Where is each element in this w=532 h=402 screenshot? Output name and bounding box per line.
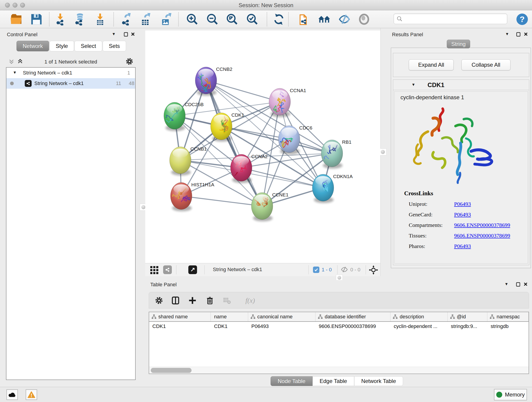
- column-header-database-identifier[interactable]: database identifier: [316, 312, 390, 321]
- tab-edge-table[interactable]: Edge Table: [312, 376, 354, 386]
- collapse-all-button[interactable]: Collapse All: [462, 59, 510, 70]
- table-cell[interactable]: P06493: [248, 322, 316, 331]
- table-row[interactable]: CDK1CDK1P064939606.ENSP00000378699cyclin…: [149, 322, 529, 331]
- control-panel-float-icon[interactable]: [124, 32, 128, 38]
- string-view-badge-icon[interactable]: [163, 265, 172, 274]
- crosslink-value[interactable]: 9606.ENSP00000378699: [454, 222, 510, 228]
- memory-button[interactable]: Memory: [494, 389, 527, 400]
- open-session-button[interactable]: [9, 12, 23, 26]
- tab-network[interactable]: Network: [17, 41, 49, 51]
- zoom-out-button[interactable]: [205, 12, 220, 26]
- table-gear-icon[interactable]: [154, 295, 164, 306]
- selected-nodes-checkbox-icon[interactable]: [313, 267, 319, 273]
- right-splitter[interactable]: [380, 28, 390, 276]
- table-panel-menu-caret-icon[interactable]: ▼: [505, 282, 508, 287]
- column-header-shared-name[interactable]: shared name: [149, 312, 211, 321]
- gene-details: cyclin-dependent kinase 1: [394, 91, 528, 264]
- node-CDC6[interactable]: CDC6: [277, 125, 312, 154]
- control-panel-tabs: Network Style Select Sets: [17, 41, 127, 51]
- column-header-@id[interactable]: @id: [448, 312, 488, 321]
- import-database-button[interactable]: [72, 12, 87, 26]
- edge-HIST1H1A-CCNE1[interactable]: [181, 196, 262, 206]
- column-header-name[interactable]: name: [211, 312, 248, 321]
- warning-status-button[interactable]: [26, 389, 37, 400]
- zoom-fit-button[interactable]: [225, 12, 239, 26]
- node-CCNB2[interactable]: CCNB2: [195, 66, 232, 96]
- export-network-button[interactable]: [119, 12, 133, 26]
- export-table-button[interactable]: [138, 12, 152, 26]
- add-column-icon[interactable]: [187, 295, 197, 306]
- gene-collapse-caret-icon[interactable]: ▼: [412, 83, 415, 87]
- scrollbar-thumb[interactable]: [151, 368, 191, 373]
- expand-all-button[interactable]: Expand All: [409, 59, 454, 70]
- import-table-button[interactable]: [93, 12, 107, 26]
- table-cell[interactable]: stringdb: [487, 322, 529, 331]
- delete-column-icon[interactable]: [205, 295, 215, 306]
- collection-caret-icon[interactable]: ▼: [13, 70, 17, 75]
- hide-panel-button[interactable]: [337, 12, 351, 26]
- table-horizontal-scrollbar[interactable]: [149, 367, 529, 374]
- network-canvas[interactable]: CCNB2CCNA1CDC25BCDK1CDC6RB1CCNB1CCNA2CDK…: [145, 31, 380, 263]
- cloud-status-button[interactable]: [6, 389, 18, 400]
- export-image-button[interactable]: [158, 12, 173, 26]
- refresh-button[interactable]: [272, 12, 286, 26]
- tab-string[interactable]: String: [447, 40, 470, 48]
- hidden-eye-icon[interactable]: [341, 266, 348, 274]
- node-CDKN1A[interactable]: CDKN1A: [312, 174, 353, 203]
- control-panel-menu-caret-icon[interactable]: ▼: [112, 32, 116, 36]
- network-collection-row[interactable]: ▼ String Network – cdk1 1: [6, 68, 135, 78]
- network-edge-count: 48: [129, 80, 134, 86]
- network-row[interactable]: String Network – cdk1 11 48: [6, 78, 135, 89]
- column-header-description[interactable]: description: [390, 312, 447, 321]
- crosslink-value[interactable]: P06493: [454, 201, 471, 207]
- tab-style[interactable]: Style: [50, 41, 74, 51]
- node-CCNA1[interactable]: CCNA1: [269, 88, 306, 117]
- table-panel-float-icon[interactable]: [516, 282, 520, 288]
- table-panel-close-icon[interactable]: [523, 282, 528, 288]
- network-options-gear-icon[interactable]: [126, 57, 133, 66]
- node-CCNA2[interactable]: CCNA2: [230, 154, 268, 184]
- search-input[interactable]: [404, 14, 507, 23]
- import-file-network-button[interactable]: [297, 12, 311, 26]
- crosslink-value[interactable]: P06493: [454, 211, 471, 218]
- birdseye-grid-icon[interactable]: [150, 266, 158, 274]
- results-panel-close-icon[interactable]: [524, 32, 528, 38]
- node-label-CCNE1: CCNE1: [272, 192, 288, 197]
- column-header-namespac[interactable]: namespac: [487, 312, 529, 321]
- table-cell[interactable]: cyclin-dependent ...: [390, 322, 447, 331]
- node-CDC25B[interactable]: CDC25B: [159, 102, 204, 131]
- table-cell[interactable]: stringdb:9...: [448, 322, 488, 331]
- open-in-new-window-icon[interactable]: ↗: [188, 265, 197, 274]
- tab-network-table[interactable]: Network Table: [354, 376, 403, 386]
- node-CCNE1[interactable]: CCNE1: [251, 192, 288, 221]
- home-button[interactable]: [317, 12, 331, 26]
- crosslink-label: GeneCard:: [409, 211, 433, 218]
- results-panel-float-icon[interactable]: [516, 32, 520, 38]
- column-header-canonical-name[interactable]: canonical name: [248, 312, 316, 321]
- zoom-in-button[interactable]: [185, 12, 199, 26]
- tab-select[interactable]: Select: [75, 41, 102, 51]
- network-graph[interactable]: CCNB2CCNA1CDC25BCDK1CDC6RB1CCNB1CCNA2CDK…: [145, 31, 380, 263]
- crosslink-value[interactable]: 9606.ENSP00000378699: [454, 233, 510, 239]
- crosslink-value[interactable]: P06493: [454, 243, 471, 249]
- tab-node-table[interactable]: Node Table: [271, 376, 312, 386]
- gene-header-row[interactable]: ▼ CDK1: [393, 80, 529, 90]
- node-HIST1H1A[interactable]: HIST1H1A: [171, 182, 214, 211]
- left-splitter[interactable]: [142, 28, 145, 387]
- edge-CCNB2-CCNA1[interactable]: [206, 80, 280, 102]
- show-eye-button[interactable]: [357, 12, 371, 26]
- table-cell[interactable]: 9606.ENSP00000378699: [316, 322, 390, 331]
- table-cell[interactable]: CDK1: [149, 322, 211, 331]
- show-columns-icon[interactable]: [171, 295, 181, 306]
- zoom-selected-button[interactable]: [245, 12, 259, 26]
- control-panel-close-icon[interactable]: [131, 32, 135, 38]
- tab-sets[interactable]: Sets: [103, 41, 126, 51]
- table-cell[interactable]: CDK1: [211, 322, 248, 331]
- help-button[interactable]: ?: [515, 12, 529, 26]
- fit-crosshair-icon[interactable]: [369, 265, 378, 275]
- import-network-button[interactable]: [53, 12, 67, 26]
- save-session-button[interactable]: [29, 12, 44, 26]
- results-panel-menu-caret-icon[interactable]: ▼: [505, 32, 509, 36]
- edge-CCNB2-CCNE1[interactable]: [206, 80, 262, 206]
- horizontal-splitter[interactable]: [145, 276, 532, 280]
